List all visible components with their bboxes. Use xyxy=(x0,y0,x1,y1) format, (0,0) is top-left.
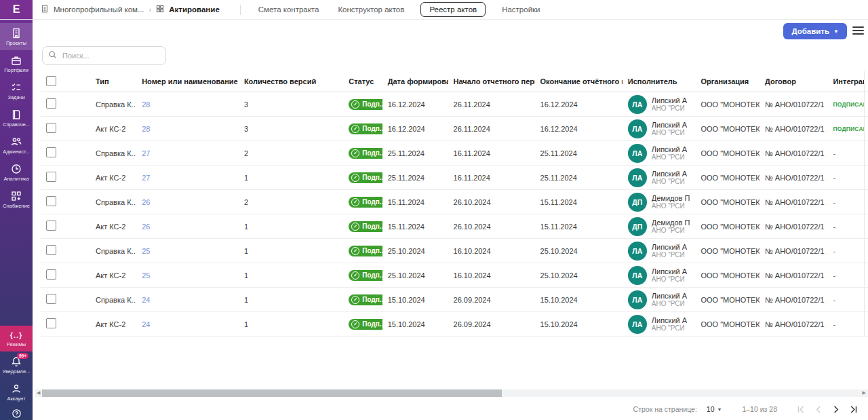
table-row[interactable]: Справка К... 26 2 ✓ Подп... 15.11.2024 2… xyxy=(41,190,868,214)
col-period-end[interactable]: Окончание отчётного п... xyxy=(535,71,623,92)
sidebar-item-administration[interactable]: Админист... xyxy=(0,132,33,159)
doc-number-link[interactable]: 25 xyxy=(142,247,150,255)
status-label: Подп... xyxy=(362,100,382,108)
rows-per-page-select[interactable]: 10 ▼ xyxy=(707,405,722,413)
contract: № АНО/010722/1 ... xyxy=(760,263,827,288)
col-integration[interactable]: Интеграция xyxy=(827,71,864,92)
avatar: ЛА xyxy=(628,266,647,285)
doc-number-link[interactable]: 28 xyxy=(142,125,150,133)
sidebar-item-account[interactable]: Аккаунт xyxy=(0,379,33,406)
scroll-left-icon[interactable]: ◀ xyxy=(37,390,40,396)
sidebar-item-analytics[interactable]: Аналитика xyxy=(0,159,33,186)
executor-name: Липский А xyxy=(652,145,687,153)
table-row[interactable]: Акт КС-2 27 1 ✓ Подп... 25.11.2024 16.11… xyxy=(41,166,868,190)
period-end-date: 16.12.2024 xyxy=(535,117,623,141)
col-versions[interactable]: Количество версий xyxy=(239,71,343,92)
doc-type: Акт КС-2 xyxy=(90,312,136,337)
sidebar-item-portfolios[interactable]: Портфели xyxy=(0,50,33,77)
status-label: Подп... xyxy=(362,198,382,206)
contract: № АНО/010722/1 ... xyxy=(760,117,827,141)
add-button[interactable]: Добавить ▼ xyxy=(783,23,847,39)
doc-number-link[interactable]: 27 xyxy=(142,149,150,157)
clipped-cell: - xyxy=(864,263,868,288)
last-page-button[interactable] xyxy=(845,402,863,416)
doc-type: Акт КС-2 xyxy=(90,117,136,141)
sidebar-item-tasks[interactable]: Задачи xyxy=(0,77,33,104)
formed-date: 16.12.2024 xyxy=(382,92,448,117)
doc-number-link[interactable]: 26 xyxy=(142,223,150,231)
sidebar-item-projects[interactable]: Проекты xyxy=(0,23,33,50)
app-logo[interactable]: E xyxy=(0,0,33,19)
tab-nastroyki[interactable]: Настройки xyxy=(502,5,540,14)
row-checkbox[interactable] xyxy=(46,245,56,255)
versions-count: 3 xyxy=(239,117,343,141)
col-executor[interactable]: Исполнитель xyxy=(623,71,696,92)
breadcrumb-project[interactable]: Многопрофильный ком... xyxy=(54,5,144,14)
row-checkbox[interactable] xyxy=(46,294,56,304)
tab-konstruktor-aktov[interactable]: Конструктор актов xyxy=(338,5,404,14)
row-checkbox[interactable] xyxy=(46,196,56,206)
col-contract[interactable]: Договор xyxy=(760,71,827,92)
select-all-checkbox[interactable] xyxy=(46,76,56,86)
col-period-start[interactable]: Начало отчетного пери... xyxy=(448,71,535,92)
sidebar-item-notifications[interactable]: 99+ Уведомле... xyxy=(0,351,33,379)
doc-number-link[interactable]: 28 xyxy=(142,100,150,109)
col-status[interactable]: Статус xyxy=(343,71,382,92)
doc-number-link[interactable]: 24 xyxy=(142,320,150,328)
sidebar-item-modes[interactable]: {..} Режимы xyxy=(0,326,33,351)
next-page-button[interactable] xyxy=(827,402,845,416)
tab-smeta-kontrakta[interactable]: Смета контракта xyxy=(258,5,319,14)
doc-number-link[interactable]: 24 xyxy=(142,296,150,304)
period-end-date: 25.11.2024 xyxy=(535,141,623,166)
integration-status: - xyxy=(827,141,864,166)
table-row[interactable]: Справка К... 27 2 ✓ Подп... 25.11.2024 1… xyxy=(41,141,868,166)
avatar: ЛА xyxy=(628,315,647,334)
sidebar-item-supply[interactable]: Снабжение xyxy=(0,186,33,213)
sidebar-item-directories[interactable]: Справочн... xyxy=(0,104,33,132)
clipped-cell: - xyxy=(864,141,868,166)
row-checkbox[interactable] xyxy=(46,172,56,182)
scroll-right-icon[interactable]: ▶ xyxy=(863,390,866,396)
row-checkbox[interactable] xyxy=(46,123,56,133)
search-icon xyxy=(48,50,57,62)
tab-reestr-aktov[interactable]: Реестр актов xyxy=(420,2,486,17)
breadcrumb-module[interactable]: Актирование xyxy=(169,5,220,14)
contract: № АНО/010722/1 ... xyxy=(760,141,827,166)
row-checkbox[interactable] xyxy=(46,318,56,328)
formed-date: 25.10.2024 xyxy=(382,263,448,288)
prev-page-button[interactable] xyxy=(810,402,827,416)
first-page-button[interactable] xyxy=(792,402,810,416)
help-icon[interactable] xyxy=(0,406,33,420)
row-checkbox[interactable] xyxy=(46,269,56,280)
table-row[interactable]: Акт КС-2 26 1 ✓ Подп... 15.11.2024 26.10… xyxy=(41,214,868,239)
menu-icon[interactable] xyxy=(852,26,864,35)
scrollbar-thumb[interactable] xyxy=(42,389,502,397)
integration-status: - xyxy=(827,166,864,190)
organization: ООО "МОНОТЕК ... xyxy=(695,288,760,312)
sidebar-item-label: Снабжение xyxy=(3,204,30,209)
integration-status: - xyxy=(827,288,864,312)
table-row[interactable]: Справка К... 24 1 ✓ Подп... 15.10.2024 2… xyxy=(41,288,868,312)
doc-number-link[interactable]: 25 xyxy=(142,271,150,280)
row-checkbox[interactable] xyxy=(46,221,56,231)
col-type[interactable]: Тип xyxy=(90,71,136,92)
col-number[interactable]: Номер или наименование xyxy=(136,71,239,92)
col-formed-date[interactable]: Дата формирования xyxy=(382,71,448,92)
row-checkbox[interactable] xyxy=(46,98,56,109)
col-organization[interactable]: Организация xyxy=(695,71,760,92)
search-input[interactable] xyxy=(61,51,160,60)
doc-number-link[interactable]: 27 xyxy=(142,174,150,182)
formed-date: 25.11.2024 xyxy=(382,166,448,190)
check-icon: ✓ xyxy=(351,247,359,255)
doc-number-link[interactable]: 26 xyxy=(142,198,150,206)
table-row[interactable]: Акт КС-2 28 3 ✓ Подп... 16.12.2024 26.11… xyxy=(41,117,868,141)
table-row[interactable]: Справка К... 25 1 ✓ Подп... 25.10.2024 1… xyxy=(41,239,868,263)
row-checkbox[interactable] xyxy=(46,147,56,157)
executor-name: Липский А xyxy=(652,96,687,104)
table-row[interactable]: Акт КС-2 24 1 ✓ Подп... 15.10.2024 26.09… xyxy=(41,312,868,337)
horizontal-scrollbar[interactable]: ◀ ▶ xyxy=(35,389,868,397)
table-row[interactable]: Справка К... 28 3 ✓ Подп... 16.12.2024 2… xyxy=(41,92,868,117)
table-row[interactable]: Акт КС-2 25 1 ✓ Подп... 25.10.2024 16.10… xyxy=(41,263,868,288)
rows-per-page-label: Строк на странице: xyxy=(633,405,697,413)
check-icon: ✓ xyxy=(351,198,359,206)
